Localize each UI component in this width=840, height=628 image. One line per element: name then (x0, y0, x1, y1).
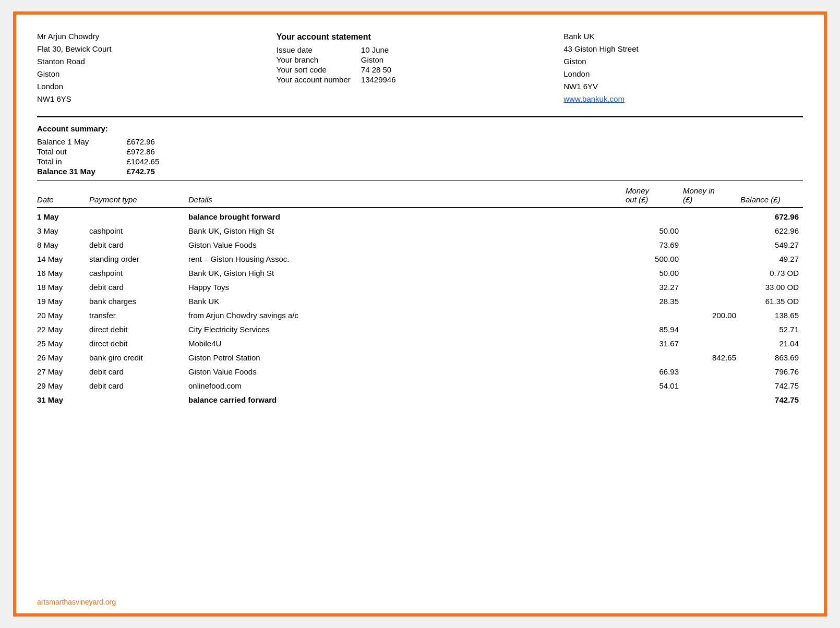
cell-payment: debit card (89, 280, 188, 294)
branch-value: Giston (361, 55, 406, 65)
summary-section: Account summary: Balance 1 May£672.96Tot… (37, 122, 803, 176)
cell-money-out: 54.01 (626, 379, 683, 393)
table-header: Date Payment type Details Moneyout (£) M… (37, 183, 803, 208)
cell-money-out: 50.00 (626, 224, 683, 238)
cell-money-out: 66.93 (626, 365, 683, 379)
cell-balance: 796.76 (740, 365, 803, 379)
transactions-body: 1 Maybalance brought forward672.963 Mayc… (37, 208, 803, 407)
branch-label: Your branch (277, 55, 361, 65)
cell-payment: direct debit (89, 336, 188, 351)
issue-value: 10 June (361, 45, 406, 55)
table-row: 16 MaycashpointBank UK, Giston High St50… (37, 266, 803, 280)
cell-payment: debit card (89, 365, 188, 379)
cell-balance: 622.96 (740, 224, 803, 238)
cell-balance: 49.27 (740, 252, 803, 266)
th-details: Details (188, 183, 626, 208)
summary-table: Balance 1 May£672.96Total out£972.86Tota… (37, 137, 175, 176)
cell-balance: 52.71 (740, 322, 803, 336)
bank-address1: 43 Giston High Street (563, 43, 803, 55)
table-row: 18 Maydebit cardHappy Toys32.2733.00 OD (37, 280, 803, 294)
sortcode-value: 74 28 50 (361, 65, 406, 75)
cell-date: 19 May (37, 294, 89, 308)
cell-money-in (683, 224, 740, 238)
cell-date: 14 May (37, 252, 89, 266)
cell-balance: 672.96 (740, 208, 803, 224)
cell-money-out: 73.69 (626, 238, 683, 252)
cell-money-out: 31.67 (626, 336, 683, 351)
cell-money-in: 842.65 (683, 351, 740, 365)
cell-date: 20 May (37, 308, 89, 322)
table-row: 29 Maydebit cardonlinefood.com54.01742.7… (37, 379, 803, 393)
table-row: 22 Maydirect debitCity Electricity Servi… (37, 322, 803, 336)
customer-address1: Flat 30, Bewick Court (37, 43, 277, 55)
cell-money-out (626, 351, 683, 365)
th-money-in: Money in(£) (683, 183, 740, 208)
customer-name: Mr Arjun Chowdry (37, 30, 277, 43)
cell-balance: 33.00 OD (740, 280, 803, 294)
cell-money-out: 28.35 (626, 294, 683, 308)
cell-money-out: 500.00 (626, 252, 683, 266)
cell-details: rent – Giston Housing Assoc. (188, 252, 626, 266)
cell-money-in (683, 365, 740, 379)
cell-date: 31 May (37, 393, 89, 407)
cell-payment: debit card (89, 379, 188, 393)
cell-money-in (683, 252, 740, 266)
table-row: 19 Maybank chargesBank UK28.3561.35 OD (37, 294, 803, 308)
table-row: 25 Maydirect debitMobile4U31.6721.04 (37, 336, 803, 351)
cell-date: 29 May (37, 379, 89, 393)
cell-payment: transfer (89, 308, 188, 322)
bank-website-link[interactable]: www.bankuk.com (563, 94, 625, 103)
customer-address4: London (37, 80, 277, 93)
summary-label: Balance 1 May (37, 137, 127, 147)
summary-label: Total out (37, 147, 127, 156)
summary-label: Total in (37, 156, 127, 166)
summary-label: Balance 31 May (37, 166, 127, 176)
statement-details-table: Issue date 10 June Your branch Giston Yo… (277, 45, 406, 84)
cell-balance: 742.75 (740, 393, 803, 407)
cell-details: Giston Value Foods (188, 365, 626, 379)
cell-money-out: 50.00 (626, 266, 683, 280)
cell-balance: 21.04 (740, 336, 803, 351)
cell-details: Giston Petrol Station (188, 351, 626, 365)
account-value: 13429946 (361, 75, 406, 84)
table-row: 31 Maybalance carried forward742.75 (37, 393, 803, 407)
cell-money-out (626, 393, 683, 407)
cell-payment: bank giro credit (89, 351, 188, 365)
cell-payment: debit card (89, 238, 188, 252)
cell-money-in (683, 393, 740, 407)
transactions-table: Date Payment type Details Moneyout (£) M… (37, 183, 803, 407)
issue-label: Issue date (277, 45, 361, 55)
footer-link[interactable]: artsmarthasvineyard.org (37, 598, 116, 606)
cell-balance: 0.73 OD (740, 266, 803, 280)
cell-money-out: 85.94 (626, 322, 683, 336)
summary-value: £1042.65 (127, 156, 175, 166)
table-row: 1 Maybalance brought forward672.96 (37, 208, 803, 224)
summary-title: Account summary: (37, 122, 803, 136)
cell-money-in (683, 238, 740, 252)
th-money-out: Moneyout (£) (626, 183, 683, 208)
bank-address4: NW1 6YV (563, 80, 803, 93)
summary-value: £972.86 (127, 147, 175, 156)
cell-date: 3 May (37, 224, 89, 238)
cell-money-out (626, 308, 683, 322)
header-section: Mr Arjun Chowdry Flat 30, Bewick Court S… (37, 30, 803, 105)
cell-date: 22 May (37, 322, 89, 336)
cell-money-out (626, 208, 683, 224)
summary-divider (37, 180, 803, 181)
th-date: Date (37, 183, 89, 208)
th-payment-type: Payment type (89, 183, 188, 208)
cell-payment: cashpoint (89, 224, 188, 238)
table-row: 8 Maydebit cardGiston Value Foods73.6954… (37, 238, 803, 252)
cell-money-in (683, 208, 740, 224)
table-row: 27 Maydebit cardGiston Value Foods66.937… (37, 365, 803, 379)
customer-address3: Giston (37, 68, 277, 80)
cell-money-in (683, 322, 740, 336)
table-row: 26 Maybank giro creditGiston Petrol Stat… (37, 351, 803, 365)
bank-info: Bank UK 43 Giston High Street Giston Lon… (563, 30, 803, 105)
cell-money-in: 200.00 (683, 308, 740, 322)
cell-date: 26 May (37, 351, 89, 365)
customer-address5: NW1 6YS (37, 93, 277, 105)
cell-payment: direct debit (89, 322, 188, 336)
cell-balance: 61.35 OD (740, 294, 803, 308)
cell-date: 27 May (37, 365, 89, 379)
